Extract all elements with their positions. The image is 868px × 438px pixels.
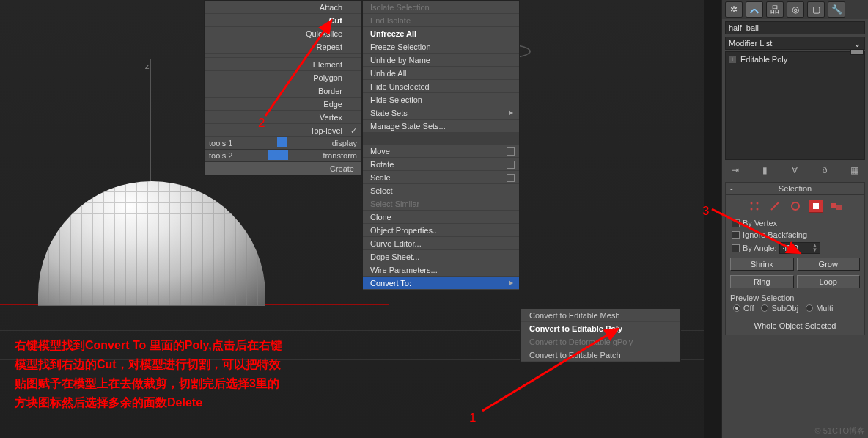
qm-state-sets[interactable]: State Sets (363, 106, 519, 120)
qm-object-properties-[interactable]: Object Properties... (363, 224, 519, 237)
mesh-wireframe (38, 181, 265, 305)
qm-unfreeze-all[interactable]: Unfreeze All (363, 27, 519, 40)
qm-tools2[interactable]: tools 2 transform (205, 150, 361, 162)
ring-button[interactable]: Ring (730, 275, 794, 288)
qm-cut[interactable]: Cut (205, 14, 361, 27)
vertex-mode-icon[interactable] (747, 200, 762, 213)
qm-tools1-label: tools 1 (209, 137, 232, 149)
qm-clone[interactable]: Clone (363, 211, 519, 224)
qm-vertex[interactable]: Vertex (205, 111, 361, 124)
stack-item-label: Editable Poly (740, 55, 787, 64)
configure-sets-icon[interactable]: ▦ (849, 164, 861, 176)
angle-spinner[interactable]: 45.0▲▼ (779, 242, 820, 254)
grow-button[interactable]: Grow (797, 258, 861, 271)
modifier-list-dropdown[interactable]: Modifier List (725, 37, 865, 50)
qm-tools2-label: tools 2 (209, 150, 232, 161)
qm-manage-state-sets-[interactable]: Manage State Sets... (363, 120, 519, 133)
qm-attach[interactable]: Attach (205, 1, 361, 14)
qm-repeat[interactable]: Repeat (205, 40, 361, 54)
qm-quickslice[interactable]: Quickslice (205, 27, 361, 40)
edge-mode-icon[interactable] (768, 200, 782, 213)
display-tab-icon[interactable]: ▢ (807, 1, 825, 18)
stack-toolbar: ⇥ ▮ ∀ ð ▦ (725, 163, 865, 178)
multi-label: Multi (816, 304, 833, 313)
qm-border[interactable]: Border (205, 84, 361, 98)
modifier-stack[interactable]: + Editable Poly (725, 51, 865, 160)
qm-end-isolate[interactable]: End Isolate (363, 14, 519, 27)
qm-tools1[interactable]: tools 1 display (205, 137, 361, 150)
off-label: Off (743, 304, 754, 313)
stack-item-editable-poly[interactable]: + Editable Poly (729, 55, 861, 64)
quad-menu-right: Isolate SelectionEnd IsolateUnfreeze All… (362, 0, 520, 291)
spinner-arrows-icon[interactable]: ▲▼ (812, 244, 818, 252)
loop-button[interactable]: Loop (797, 275, 861, 288)
preview-selection: Preview Selection Off SubObj Multi (726, 291, 864, 317)
motion-tab-icon[interactable]: ◎ (787, 1, 804, 18)
preview-multi-radio[interactable]: Multi (806, 304, 833, 313)
qm-rotate[interactable]: Rotate (363, 158, 519, 171)
convert-convert-to-editable-patch[interactable]: Convert to Editable Patch (521, 348, 680, 362)
svg-point-0 (750, 202, 752, 205)
annotation-num-3: 3 (702, 204, 709, 219)
qm-unhide-by-name[interactable]: Unhide by Name (363, 54, 519, 67)
half-sphere-mesh[interactable] (38, 181, 265, 306)
hierarchy-tab-icon[interactable]: 品 (766, 1, 784, 18)
preview-subobj-radio[interactable]: SubObj (761, 304, 798, 313)
qm-freeze-selection[interactable]: Freeze Selection (363, 40, 519, 54)
convert-convert-to-editable-mesh[interactable]: Convert to Editable Mesh (521, 309, 680, 322)
utilities-tab-icon[interactable]: 🔧 (828, 1, 845, 18)
object-name-input[interactable]: half_ball (725, 21, 865, 34)
checkbox-icon (732, 219, 740, 227)
by-vertex-checkbox[interactable]: By Vertex (726, 217, 864, 229)
convert-convert-to-deformable-gpoly[interactable]: Convert to Deformable gPoly (521, 335, 680, 348)
preview-off-radio[interactable]: Off (733, 304, 754, 313)
shrink-button[interactable]: Shrink (730, 258, 794, 271)
qm-polygon[interactable]: Polygon (205, 71, 361, 84)
svg-point-2 (750, 208, 752, 211)
qm-convert-to-[interactable]: Convert To: (363, 277, 519, 290)
qm-element[interactable]: Element (205, 58, 361, 71)
qm-select[interactable]: Select (363, 184, 519, 197)
radio-icon (733, 304, 740, 312)
element-mode-icon[interactable] (829, 200, 844, 213)
rollout-title-text: Selection (779, 184, 812, 193)
qm-curve-editor-[interactable]: Curve Editor... (363, 237, 519, 250)
make-unique-icon[interactable]: ∀ (789, 164, 801, 176)
polygon-mode-icon[interactable] (809, 200, 823, 213)
selection-rollout: -Selection By Vertex Ignore Backfacing B… (725, 182, 865, 335)
convert-submenu: Convert to Editable MeshConvert to Edita… (520, 308, 681, 362)
qm-edge[interactable]: Edge (205, 98, 361, 111)
qm-select-similar[interactable]: Select Similar (363, 197, 519, 211)
qm-divider (363, 133, 519, 145)
qm-hide-unselected[interactable]: Hide Unselected (363, 80, 519, 93)
show-end-result-icon[interactable]: ▮ (760, 164, 771, 176)
rollout-title[interactable]: -Selection (726, 183, 864, 195)
angle-value: 45.0 (782, 244, 798, 252)
qm-create[interactable]: Create (205, 162, 361, 175)
qm-dope-sheet-[interactable]: Dope Sheet... (363, 250, 519, 263)
qm-move[interactable]: Move (363, 145, 519, 158)
qm-transform-label: transform (323, 150, 357, 161)
border-mode-icon[interactable] (788, 200, 803, 213)
modify-tab-icon[interactable] (746, 1, 763, 18)
svg-point-3 (756, 208, 758, 211)
qm-scale[interactable]: Scale (363, 171, 519, 184)
swatch-icon (278, 150, 288, 160)
by-vertex-label: By Vertex (743, 219, 777, 227)
radio-icon (806, 304, 813, 312)
checkbox-icon (732, 231, 740, 239)
ignore-backfacing-checkbox[interactable]: Ignore Backfacing (726, 229, 864, 241)
qm-wire-parameters-[interactable]: Wire Parameters... (363, 263, 519, 277)
checkbox-icon[interactable] (732, 244, 740, 252)
qm-isolate-selection[interactable]: Isolate Selection (363, 1, 519, 14)
create-tab-icon[interactable]: ✲ (725, 1, 743, 18)
qm-hide-selection[interactable]: Hide Selection (363, 93, 519, 106)
svg-point-1 (756, 202, 758, 205)
qm-toplevel[interactable]: Top-level (205, 124, 361, 137)
qm-unhide-all[interactable]: Unhide All (363, 67, 519, 80)
convert-convert-to-editable-poly[interactable]: Convert to Editable Poly (521, 322, 680, 335)
pin-stack-icon[interactable]: ⇥ (729, 164, 741, 176)
expand-icon[interactable]: + (729, 56, 736, 63)
remove-modifier-icon[interactable]: ð (819, 164, 831, 176)
quad-menu-left: Attach Cut Quickslice Repeat Element Pol… (204, 0, 362, 176)
